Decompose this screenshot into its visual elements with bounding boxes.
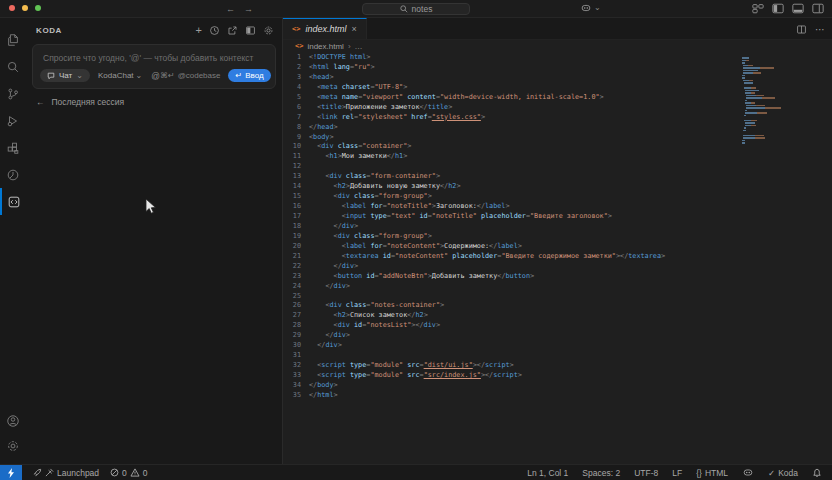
- eol-status[interactable]: LF: [672, 468, 682, 478]
- errors-icon: [110, 468, 119, 477]
- minimap-line: [745, 112, 804, 114]
- minimap-line: [742, 60, 804, 62]
- minimap-line: [746, 97, 804, 99]
- indentation-status[interactable]: Spaces: 2: [582, 468, 620, 478]
- code-line: 19 <div class="form-group">: [283, 232, 762, 242]
- errors-count: 0: [122, 468, 127, 478]
- rocket-icon: [33, 468, 42, 477]
- code-line: 21 <textarea id="noteContent" placeholde…: [283, 252, 762, 262]
- code-line: 5 <meta name="viewport" content="width=d…: [283, 93, 762, 103]
- search-sidebar-icon[interactable]: [0, 53, 26, 80]
- run-debug-icon[interactable]: [0, 107, 26, 134]
- copilot-menu[interactable]: ⌄: [580, 2, 601, 14]
- command-center-search[interactable]: notes: [362, 3, 470, 15]
- history-icon[interactable]: [209, 25, 220, 36]
- language-status[interactable]: {} HTML: [696, 468, 728, 478]
- toggle-primary-sidebar-icon[interactable]: [772, 3, 784, 14]
- code-line: 35</html>: [283, 391, 762, 401]
- minimap-line: [745, 122, 804, 124]
- last-session-label: Последняя сессия: [52, 97, 125, 107]
- open-in-editor-icon[interactable]: [227, 25, 238, 36]
- close-window-button[interactable]: [9, 5, 15, 11]
- navigate-forward-icon[interactable]: →: [244, 4, 253, 14]
- minimap-line: [742, 142, 804, 144]
- remote-indicator[interactable]: [0, 465, 22, 480]
- warnings-icon: [130, 468, 140, 477]
- minimap-line: [745, 102, 804, 104]
- cursor-position-status[interactable]: Ln 1, Col 1: [527, 468, 568, 478]
- toggle-secondary-sidebar-icon[interactable]: [812, 3, 824, 14]
- lightning-icon: [7, 468, 15, 478]
- panel-settings-gear-icon[interactable]: [263, 25, 274, 36]
- extensions-icon[interactable]: [0, 134, 26, 161]
- launchpad-label: Launchpad: [57, 468, 99, 478]
- notifications-bell-icon[interactable]: [812, 468, 822, 478]
- codebase-shortcut[interactable]: ⌘↵ @codebase: [160, 71, 221, 80]
- braces-icon: {}: [696, 468, 702, 478]
- koda-status[interactable]: ✓ Koda: [768, 468, 798, 478]
- settings-gear-icon[interactable]: [0, 433, 26, 458]
- chat-bubble-icon: [47, 72, 55, 80]
- code-line: 20 <label for="noteContent">Содержимое:<…: [283, 242, 762, 252]
- title-bar: ← → notes ⌄: [0, 0, 832, 18]
- minimap-line: [745, 90, 804, 92]
- code-line: 18 </div>: [283, 222, 762, 232]
- minimize-window-button[interactable]: [22, 5, 28, 11]
- code-editor[interactable]: 1<!DOCTYPE html>2<html lang="ru">3<head>…: [283, 53, 762, 401]
- source-control-icon[interactable]: [0, 80, 26, 107]
- minimap-line: [746, 105, 804, 107]
- code-line: 33 <script type="module" src="src/index.…: [283, 371, 762, 381]
- minimap-line: [743, 80, 804, 82]
- code-line: 25: [283, 292, 762, 302]
- vscode-window: ← → notes ⌄: [0, 0, 832, 480]
- model-label: KodaChat: [98, 71, 134, 80]
- code-line: 32 <script type="module" src="dist/ui.js…: [283, 361, 762, 371]
- split-panel-icon[interactable]: [245, 25, 256, 36]
- split-editor-icon[interactable]: [796, 24, 807, 35]
- tab-index-html[interactable]: <> index.html ×: [283, 18, 367, 39]
- add-context-at-icon[interactable]: @: [151, 71, 160, 81]
- code-line: 3<head>: [283, 73, 762, 83]
- editor-group: <> index.html × ⋯ <> index.html › … 1<!D…: [283, 18, 832, 464]
- explorer-icon[interactable]: [0, 26, 26, 53]
- breadcrumb[interactable]: <> index.html › …: [283, 40, 832, 52]
- html-file-icon: <>: [295, 42, 303, 50]
- chat-input-card[interactable]: Спросите что угодно, '@' — чтобы добавит…: [32, 44, 276, 89]
- chat-input-placeholder: Спросите что угодно, '@' — чтобы добавит…: [43, 53, 253, 63]
- copilot-status-icon[interactable]: [742, 467, 754, 478]
- customize-layout-icon[interactable]: [752, 3, 764, 14]
- toggle-panel-icon[interactable]: [792, 3, 804, 14]
- code-line: 23 <button id="addNoteBtn">Добавить заме…: [283, 272, 762, 282]
- navigate-back-icon[interactable]: ←: [226, 4, 235, 14]
- koda-chat-icon[interactable]: [0, 188, 26, 215]
- back-arrow-icon: ←: [36, 97, 45, 107]
- koda-panel: KODA + Спросите что угодно, '@' — чтобы …: [26, 18, 283, 464]
- return-icon: ↵: [235, 71, 242, 80]
- shortcut-keys: ⌘↵: [160, 71, 175, 80]
- minimap-line: [742, 62, 804, 64]
- new-chat-icon[interactable]: +: [196, 24, 202, 36]
- warnings-count: 0: [143, 468, 148, 478]
- send-button[interactable]: ↵ Ввод: [228, 69, 270, 82]
- last-session-link[interactable]: ← Последняя сессия: [36, 97, 124, 107]
- koda-icon[interactable]: [0, 161, 26, 188]
- more-actions-icon[interactable]: ⋯: [815, 24, 825, 35]
- close-tab-icon[interactable]: ×: [351, 24, 356, 34]
- minimap-line: [743, 67, 804, 69]
- encoding-status[interactable]: UTF-8: [634, 468, 658, 478]
- minimap[interactable]: [742, 57, 804, 145]
- chat-mode-selector[interactable]: Чат ⌄: [40, 69, 90, 82]
- launchpad-status[interactable]: Launchpad: [33, 468, 99, 478]
- account-icon[interactable]: [0, 408, 26, 433]
- code-line: 34</body>: [283, 381, 762, 391]
- code-line: 12: [283, 162, 762, 172]
- zoom-window-button[interactable]: [35, 5, 41, 11]
- code-line: 31: [283, 351, 762, 361]
- problems-status[interactable]: 0 0: [110, 468, 147, 478]
- minimap-line: [746, 95, 804, 97]
- minimap-line: [745, 92, 804, 94]
- model-selector[interactable]: KodaChat ⌄: [98, 71, 142, 80]
- code-line: 17 <input type="text" id="noteTitle" pla…: [283, 212, 762, 222]
- code-line: 8</head>: [283, 123, 762, 133]
- code-line: 22 </div>: [283, 262, 762, 272]
